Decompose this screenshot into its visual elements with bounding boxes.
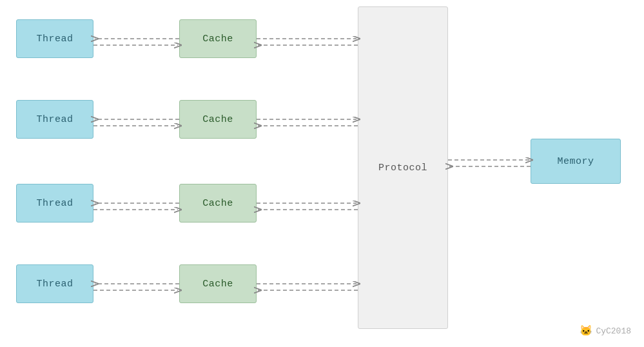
thread-box-4: Thread <box>16 264 93 303</box>
thread-label-2: Thread <box>36 114 73 125</box>
diagram-container: Protocol Memory Thread Thread Thread Thr… <box>0 0 644 347</box>
cache-label-2: Cache <box>202 114 233 125</box>
thread-label-3: Thread <box>36 198 73 209</box>
cache-box-1: Cache <box>179 19 257 58</box>
cache-label-1: Cache <box>202 34 233 45</box>
cache-label-3: Cache <box>202 198 233 209</box>
thread-box-2: Thread <box>16 100 93 139</box>
memory-label: Memory <box>557 156 594 167</box>
cat-icon: 🐱 <box>580 324 592 337</box>
protocol-label: Protocol <box>378 163 427 174</box>
cache-label-4: Cache <box>202 279 233 290</box>
thread-label-1: Thread <box>36 34 73 45</box>
watermark-text: CyC2018 <box>596 326 631 336</box>
watermark: 🐱 CyC2018 <box>580 324 631 337</box>
memory-box: Memory <box>531 139 621 184</box>
thread-box-1: Thread <box>16 19 93 58</box>
cache-box-2: Cache <box>179 100 257 139</box>
thread-label-4: Thread <box>36 279 73 290</box>
cache-box-3: Cache <box>179 184 257 223</box>
cache-box-4: Cache <box>179 264 257 303</box>
protocol-box: Protocol <box>358 6 448 329</box>
thread-box-3: Thread <box>16 184 93 223</box>
